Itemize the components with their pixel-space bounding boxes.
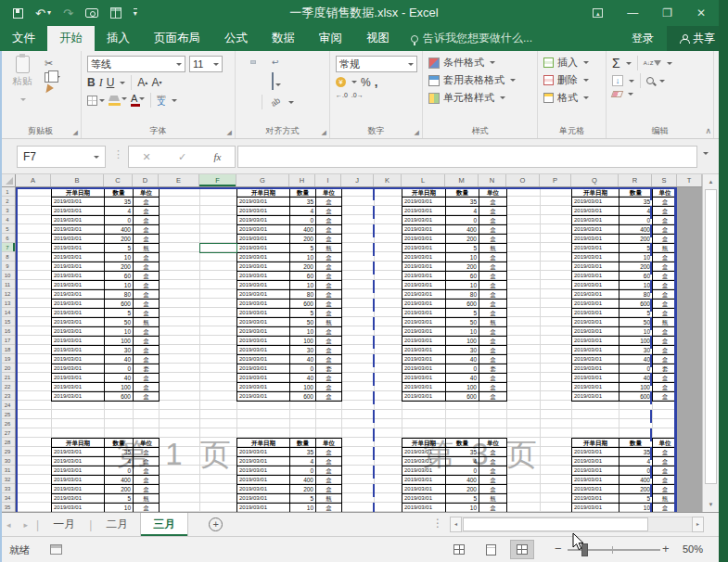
column-header-I[interactable]: I — [315, 174, 341, 186]
quantity-cell[interactable]: 400 — [619, 476, 653, 485]
unit-cell[interactable]: 盒 — [134, 327, 160, 337]
unit-cell[interactable]: 瓶 — [134, 318, 160, 327]
quantity-cell[interactable]: 100 — [105, 383, 134, 392]
quantity-cell[interactable]: 10 — [290, 504, 316, 512]
row-header-34[interactable]: 34 — [0, 493, 15, 503]
tab-insert[interactable]: 插入 — [95, 26, 142, 51]
unit-cell[interactable]: 盒 — [134, 476, 160, 485]
unit-cell[interactable]: 盒 — [316, 383, 342, 392]
unit-cell[interactable]: 盒 — [479, 392, 507, 402]
column-header-A[interactable]: A — [16, 174, 51, 186]
sort-filter-icon[interactable]: A↓Z — [644, 60, 662, 66]
date-cell[interactable]: 2019/03/01 — [572, 207, 619, 216]
quantity-cell[interactable]: 40 — [446, 355, 479, 364]
unit-cell[interactable]: 盒 — [134, 383, 160, 392]
date-cell[interactable]: 2019/03/01 — [572, 235, 619, 244]
date-cell[interactable]: 2019/03/01 — [52, 290, 105, 300]
date-cell[interactable]: 2019/03/01 — [402, 309, 446, 318]
row-header-27[interactable]: 27 — [0, 428, 15, 438]
quantity-cell[interactable]: 30 — [105, 346, 134, 355]
date-cell[interactable]: 2019/03/01 — [572, 337, 619, 346]
cut-icon[interactable]: ✂ — [45, 57, 60, 70]
quantity-cell[interactable]: 60 — [105, 272, 134, 281]
quantity-cell[interactable]: 40 — [446, 374, 479, 383]
row-header-13[interactable]: 13 — [0, 299, 15, 308]
date-cell[interactable]: 2019/03/01 — [572, 346, 619, 355]
column-header-Q[interactable]: Q — [571, 174, 619, 186]
cancel-icon[interactable]: ✕ — [143, 151, 151, 163]
quantity-cell[interactable]: 200 — [619, 262, 653, 272]
fill-dropdown-icon[interactable] — [629, 80, 634, 83]
date-cell[interactable]: 2019/03/01 — [52, 272, 105, 281]
date-cell[interactable]: 2019/03/01 — [237, 216, 290, 225]
unit-cell[interactable]: 盒 — [479, 476, 507, 485]
quantity-cell[interactable]: 5 — [290, 244, 316, 253]
date-cell[interactable]: 2019/03/01 — [52, 262, 105, 272]
row-header-28[interactable]: 28 — [0, 438, 15, 447]
date-cell[interactable]: 2019/03/01 — [402, 494, 446, 504]
wrap-text-icon[interactable]: ↩ — [269, 56, 282, 69]
date-cell[interactable]: 2019/03/01 — [572, 448, 619, 457]
quantity-cell[interactable]: 4 — [619, 207, 653, 216]
date-cell[interactable]: 2019/03/01 — [52, 392, 105, 402]
unit-cell[interactable]: 瓶 — [479, 494, 507, 504]
unit-cell[interactable]: 盒 — [479, 290, 507, 300]
date-cell[interactable]: 2019/03/01 — [237, 466, 290, 476]
column-header-S[interactable]: S — [652, 174, 677, 186]
unit-cell[interactable]: 盒 — [479, 235, 507, 244]
quantity-cell[interactable]: 0 — [105, 466, 134, 476]
quantity-cell[interactable]: 10 — [105, 253, 134, 262]
row-header-22[interactable]: 22 — [0, 382, 15, 391]
unit-cell[interactable]: 盒 — [316, 485, 342, 494]
table-header-cell[interactable]: 开单日期 — [52, 188, 105, 198]
quantity-cell[interactable]: 10 — [105, 281, 134, 290]
page-break-preview-button[interactable] — [510, 540, 534, 559]
date-cell[interactable]: 2019/03/01 — [402, 262, 446, 272]
quantity-cell[interactable]: 5 — [105, 309, 134, 318]
column-header-O[interactable]: O — [506, 174, 540, 186]
quantity-cell[interactable]: 600 — [290, 392, 316, 402]
unit-cell[interactable]: 盒 — [134, 485, 160, 494]
quantity-cell[interactable]: 80 — [290, 290, 316, 300]
unit-cell[interactable]: 盒 — [316, 327, 342, 337]
quantity-cell[interactable]: 40 — [105, 374, 134, 383]
date-cell[interactable]: 2019/03/01 — [237, 253, 290, 262]
unit-cell[interactable]: 盒 — [316, 281, 342, 290]
row-header-4[interactable]: 4 — [0, 215, 15, 224]
unit-cell[interactable]: 盒 — [316, 466, 342, 476]
date-cell[interactable]: 2019/03/01 — [572, 225, 619, 235]
scroll-down-icon[interactable]: ▼ — [705, 499, 717, 510]
unit-cell[interactable]: 盒 — [479, 198, 507, 207]
date-cell[interactable]: 2019/03/01 — [402, 485, 446, 494]
row-header-33[interactable]: 33 — [0, 484, 15, 493]
table-header-cell[interactable]: 数量 — [619, 439, 653, 448]
orientation-icon[interactable]: ab — [265, 93, 285, 112]
select-all-corner[interactable] — [0, 174, 16, 186]
unit-cell[interactable]: 盒 — [479, 457, 507, 466]
font-color-icon[interactable]: A — [131, 94, 145, 107]
date-cell[interactable]: 2019/03/01 — [52, 198, 105, 207]
undo-icon[interactable]: ↶▾ — [35, 7, 51, 19]
table-header-cell[interactable]: 开单日期 — [402, 188, 446, 198]
name-box-dropdown-icon[interactable] — [94, 156, 99, 159]
column-header-G[interactable]: G — [236, 174, 289, 186]
column-header-T[interactable]: T — [677, 174, 702, 186]
save-icon[interactable] — [13, 8, 23, 19]
format-as-table-button[interactable]: 套用表格格式 — [428, 73, 533, 87]
unit-cell[interactable]: 盒 — [479, 225, 507, 235]
column-header-N[interactable]: N — [479, 174, 506, 186]
quantity-cell[interactable]: 600 — [105, 392, 134, 402]
date-cell[interactable]: 2019/03/01 — [237, 225, 290, 235]
unit-cell[interactable]: 盒 — [134, 225, 160, 235]
unit-cell[interactable]: 套 — [479, 364, 507, 374]
quantity-cell[interactable]: 200 — [446, 235, 479, 244]
date-cell[interactable]: 2019/03/01 — [402, 225, 446, 235]
date-cell[interactable]: 2019/03/01 — [572, 300, 619, 309]
unit-cell[interactable]: 盒 — [479, 355, 507, 364]
decrease-font-icon[interactable]: A▾ — [151, 77, 161, 88]
horizontal-scrollbar[interactable]: ◂ ▸ — [450, 517, 704, 532]
clear-icon[interactable] — [611, 91, 624, 97]
accounting-format-icon[interactable]: ¥ — [336, 77, 346, 87]
next-sheet-icon[interactable]: ▸ — [18, 520, 35, 530]
date-cell[interactable]: 2019/03/01 — [402, 504, 446, 512]
